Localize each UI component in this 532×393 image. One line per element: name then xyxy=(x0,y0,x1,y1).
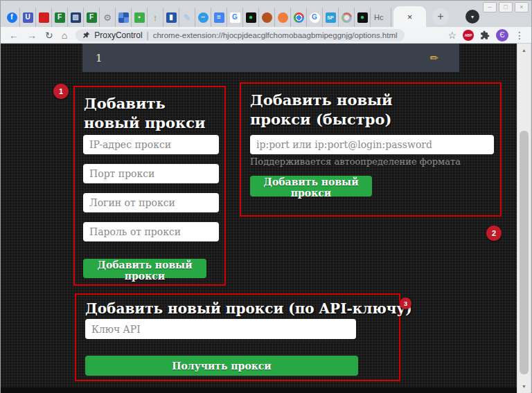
blue-doc-favicon-icon: ≡ xyxy=(214,12,224,23)
url-text: chrome-extension://hjocpjdeacglfchomobaa… xyxy=(153,31,398,39)
proxy-ip-input[interactable] xyxy=(83,135,219,154)
pinned-tab[interactable]: ↑ xyxy=(148,8,163,27)
reload-icon[interactable]: ↻ xyxy=(45,30,53,40)
pinned-tab[interactable]: ▨ xyxy=(68,8,84,27)
scrollbar-up-icon[interactable]: ▲ xyxy=(517,48,531,53)
red-site-favicon-icon xyxy=(39,12,49,23)
f-green-favicon-icon: F xyxy=(55,12,65,23)
g-doc-favicon-icon: G xyxy=(230,12,240,23)
maximize-button[interactable]: □ xyxy=(499,2,513,12)
blue-door-favicon-icon: ▮ xyxy=(166,12,177,23)
profile-avatar[interactable]: Є xyxy=(496,29,508,42)
quick-add-proxy-button[interactable]: Добавить новый прокси xyxy=(250,176,372,196)
minimize-button[interactable]: – xyxy=(483,2,497,12)
annotation-box-api-key: Добавить новый прокси (по API-ключу) Пол… xyxy=(75,293,400,381)
pinned-tab[interactable]: – xyxy=(195,8,211,27)
tab-strip-extension-icon[interactable]: ▾ xyxy=(466,10,479,24)
scrollbar-down-icon[interactable]: ▼ xyxy=(517,384,531,389)
home-icon[interactable]: ⌂ xyxy=(62,30,67,40)
chrome-muted-favicon-icon xyxy=(342,12,352,23)
pinned-tab[interactable] xyxy=(275,8,291,27)
pinned-tab[interactable] xyxy=(116,8,132,27)
browser-menu-icon[interactable]: ⋮ xyxy=(515,30,524,41)
pinned-tab[interactable] xyxy=(259,8,275,27)
page-scrollbar[interactable]: ▲ ▼ xyxy=(517,44,531,393)
url-separator: | xyxy=(147,30,149,40)
pin-icon xyxy=(82,31,90,39)
page-bottom-strip xyxy=(1,387,518,393)
get-proxies-button[interactable]: Получить прокси xyxy=(85,356,358,376)
pinned-tabs: fUF▨F⚙▪↑▮✎–≡G●GSP● xyxy=(4,8,371,27)
pinned-tab[interactable]: ▮ xyxy=(163,8,179,27)
api-key-input[interactable] xyxy=(85,319,356,339)
pinned-tab[interactable]: f xyxy=(4,8,20,27)
chrome-favicon-icon xyxy=(294,12,304,23)
orange-circle-favicon-icon xyxy=(278,12,288,23)
pinned-tab[interactable]: G xyxy=(227,8,243,27)
pinned-tab[interactable]: G xyxy=(307,8,323,27)
pinned-tab[interactable]: ≡ xyxy=(211,8,227,27)
quick-proxy-input[interactable] xyxy=(250,135,494,154)
options-page: 1 ✏ Добавить новый прокси Добавить новый… xyxy=(1,44,518,393)
green-media-favicon-icon: ▪ xyxy=(134,12,145,23)
proxy-login-input[interactable] xyxy=(83,193,219,212)
orange-dark-circle-favicon-icon xyxy=(262,12,272,23)
extensions-puzzle-icon[interactable] xyxy=(480,30,490,40)
add-proxy-title: Добавить новый прокси xyxy=(84,94,224,132)
proxy-password-input[interactable] xyxy=(83,222,219,241)
pinned-tab[interactable] xyxy=(36,8,52,27)
address-bar[interactable]: ProxyControl | chrome-extension://hjocpj… xyxy=(76,29,405,42)
tab-close-icon[interactable]: × xyxy=(407,12,413,22)
pencil-site-favicon-icon: ✎ xyxy=(182,12,193,23)
pinned-tab[interactable]: ● xyxy=(243,8,259,27)
pinned-tab[interactable]: U xyxy=(20,8,36,27)
pinned-tab[interactable]: F xyxy=(52,8,68,27)
annotation-box-add-proxy: Добавить новый прокси Добавить новый про… xyxy=(73,86,226,286)
back-icon[interactable]: ← xyxy=(9,30,19,40)
pinned-tab[interactable]: ⚙ xyxy=(100,8,116,27)
blue-tiles-favicon-icon xyxy=(118,12,129,23)
pinned-tab[interactable]: SP xyxy=(323,8,339,27)
forward-icon[interactable]: → xyxy=(27,30,37,40)
f-green-2-favicon-icon: F xyxy=(87,12,97,23)
pinned-tab[interactable]: ✎ xyxy=(179,8,195,27)
browser-window: – □ × fUF▨F⚙▪↑▮✎–≡G●GSP● Hc × + ▾ ← → ↻ … xyxy=(0,0,532,393)
sp-site-favicon-icon: SP xyxy=(326,12,336,23)
toolbar-right: ☆ ABP Є ⋮ xyxy=(447,29,527,42)
adblock-extension-icon[interactable]: ABP xyxy=(463,30,474,41)
close-button[interactable]: × xyxy=(515,2,529,12)
toolbar: ← → ↻ ⌂ ProxyControl | chrome-extension:… xyxy=(1,27,531,44)
annotation-box-quick-add: Добавить новый прокси (быстро) Поддержив… xyxy=(240,82,502,217)
api-key-title: Добавить новый прокси (по API-ключу) xyxy=(85,300,399,318)
annotation-badge-2: 2 xyxy=(486,226,502,241)
proxy-port-input[interactable] xyxy=(83,164,219,183)
pinned-tab[interactable]: ▪ xyxy=(132,8,148,27)
pinned-tab[interactable] xyxy=(339,8,355,27)
new-tab-button[interactable]: + xyxy=(432,8,449,25)
extension-name-label: ProxyControl xyxy=(94,30,142,40)
u-service-favicon-icon: U xyxy=(23,12,33,23)
proxy-row-number: 1 xyxy=(96,52,103,64)
active-tab[interactable]: × xyxy=(393,6,426,27)
annotation-badge-1: 1 xyxy=(53,84,69,99)
pinned-tab[interactable] xyxy=(291,8,307,27)
tab-strip: fUF▨F⚙▪↑▮✎–≡G●GSP● Hc × + ▾ xyxy=(4,6,479,27)
dark-chat-favicon-icon: ● xyxy=(246,12,256,23)
quick-add-title: Добавить новый прокси (быстро) xyxy=(250,91,423,129)
facebook-favicon-icon: f xyxy=(7,12,17,23)
add-proxy-button[interactable]: Добавить новый прокси xyxy=(83,259,206,278)
pinned-tab[interactable]: ● xyxy=(355,8,371,27)
photo-site-favicon-icon: ▨ xyxy=(71,12,81,23)
titlebar: – □ × fUF▨F⚙▪↑▮✎–≡G●GSP● Hc × + ▾ xyxy=(1,1,531,27)
edit-pencil-icon[interactable]: ✏ xyxy=(429,52,438,64)
bookmark-star-icon[interactable]: ☆ xyxy=(447,30,456,41)
tab-overflow[interactable]: Hc xyxy=(371,8,391,27)
window-controls: – □ × xyxy=(483,2,529,12)
scrollbar-thumb[interactable] xyxy=(520,131,529,374)
proxy-table-row: 1 ✏ xyxy=(82,44,459,72)
pinned-tab[interactable]: F xyxy=(84,8,100,27)
format-hint-label: Поддерживается автоопределение формата xyxy=(250,156,461,167)
annotation-badge-3: 3 xyxy=(400,298,411,309)
dark-chat-2-favicon-icon: ● xyxy=(357,12,368,23)
blue-minus-favicon-icon: – xyxy=(198,12,209,23)
